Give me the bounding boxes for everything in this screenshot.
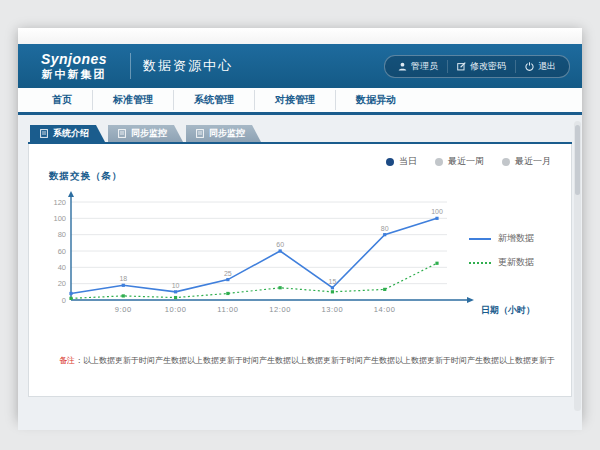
filter-label: 最近一周 (448, 155, 484, 168)
svg-text:日期（小时）: 日期（小时） (481, 305, 535, 315)
radio-selected-icon (386, 158, 394, 166)
filter-today[interactable]: 当日 (386, 155, 417, 168)
screenshot-stage: Synjones 新中新集团 数据资源中心 管理员 修改密码 (0, 0, 600, 450)
svg-text:18: 18 (119, 275, 127, 282)
radio-icon (502, 158, 510, 166)
change-password-button[interactable]: 修改密码 (447, 60, 515, 73)
nav-item-standard-mgmt[interactable]: 标准管理 (92, 90, 173, 110)
user-icon (398, 62, 407, 71)
svg-text:100: 100 (53, 214, 66, 223)
svg-text:13:00: 13:00 (322, 305, 344, 314)
filter-label: 最近一月 (515, 155, 551, 168)
scrollbar-track[interactable] (574, 121, 581, 411)
app-header: Synjones 新中新集团 数据资源中心 管理员 修改密码 (18, 44, 582, 88)
nav-item-system-mgmt[interactable]: 系统管理 (173, 90, 254, 110)
radio-icon (435, 158, 443, 166)
time-range-filters: 当日 最近一周 最近一月 (386, 155, 551, 168)
svg-text:14:00: 14:00 (374, 305, 396, 314)
tab-system-intro[interactable]: 系统介绍 (30, 125, 105, 142)
legend-item-new-data: 新增数据 (469, 232, 557, 245)
svg-text:20: 20 (58, 279, 66, 288)
svg-text:10:00: 10:00 (165, 305, 187, 314)
svg-text:60: 60 (58, 247, 66, 256)
legend-label: 新增数据 (498, 232, 534, 245)
nav-item-data-change[interactable]: 数据异动 (335, 90, 416, 110)
nav-item-home[interactable]: 首页 (32, 90, 92, 110)
chart-y-axis-title: 数据交换（条） (49, 170, 123, 183)
content-area: 系统介绍 同步监控 同步监控 (18, 115, 582, 430)
tab-label: 同步监控 (131, 127, 167, 140)
svg-text:80: 80 (381, 225, 389, 232)
current-user-button[interactable]: 管理员 (389, 60, 447, 73)
logo-text-cn: 新中新集团 (30, 68, 118, 80)
filter-last-week[interactable]: 最近一周 (435, 155, 484, 168)
svg-text:80: 80 (58, 230, 66, 239)
user-controls: 管理员 修改密码 退出 (384, 55, 570, 78)
footer-note: 备注：以上数据更新于时间产生数据以上数据更新于时间产生数据以上数据更新于时间产生… (59, 355, 561, 366)
main-nav: 首页 标准管理 系统管理 对接管理 数据异动 (18, 88, 582, 115)
tab-sync-monitor-1[interactable]: 同步监控 (108, 125, 183, 142)
svg-text:25: 25 (224, 270, 232, 277)
window-top-strip (18, 28, 582, 44)
tab-bar: 系统介绍 同步监控 同步监控 (28, 125, 572, 144)
legend-item-update-data: 更新数据 (469, 256, 557, 269)
edit-icon (457, 62, 466, 71)
note-text: ：以上数据更新于时间产生数据以上数据更新于时间产生数据以上数据更新于时间产生数据… (75, 356, 555, 365)
svg-text:15: 15 (329, 278, 337, 285)
tab-label: 系统介绍 (53, 127, 89, 140)
tab-label: 同步监控 (209, 127, 245, 140)
svg-text:9:00: 9:00 (115, 305, 132, 314)
current-user-label: 管理员 (411, 60, 438, 73)
svg-text:0: 0 (62, 296, 66, 305)
app-window: Synjones 新中新集团 数据资源中心 管理员 修改密码 (18, 28, 582, 420)
filter-last-month[interactable]: 最近一月 (502, 155, 551, 168)
page-title: 数据资源中心 (143, 57, 233, 75)
svg-text:60: 60 (276, 241, 284, 248)
company-logo: Synjones 新中新集团 (30, 52, 118, 79)
tab-sync-monitor-2[interactable]: 同步监控 (186, 125, 261, 142)
monitor-icon (118, 129, 126, 138)
svg-text:100: 100 (431, 208, 443, 215)
monitor-icon (196, 129, 204, 138)
svg-text:40: 40 (58, 263, 66, 272)
logout-label: 退出 (538, 60, 556, 73)
document-icon (40, 129, 48, 138)
legend-line-solid (469, 238, 491, 240)
nav-item-interface-mgmt[interactable]: 对接管理 (254, 90, 335, 110)
svg-text:10: 10 (172, 282, 180, 289)
note-label: 备注 (59, 356, 75, 365)
power-icon (525, 62, 534, 71)
scrollbar-thumb[interactable] (575, 125, 580, 195)
svg-text:120: 120 (53, 198, 66, 207)
chart-legend: 新增数据 更新数据 (469, 232, 557, 269)
chart-panel: 当日 最近一周 最近一月 数据交换（条） 0204060801001209:00… (28, 144, 572, 397)
header-divider (130, 53, 131, 79)
svg-text:11:00: 11:00 (217, 305, 238, 314)
legend-line-dotted (469, 262, 491, 264)
svg-text:12:00: 12:00 (269, 305, 291, 314)
change-password-label: 修改密码 (470, 60, 506, 73)
filter-label: 当日 (399, 155, 417, 168)
logo-text-en: Synjones (30, 52, 118, 67)
logout-button[interactable]: 退出 (515, 60, 565, 73)
legend-label: 更新数据 (498, 256, 534, 269)
